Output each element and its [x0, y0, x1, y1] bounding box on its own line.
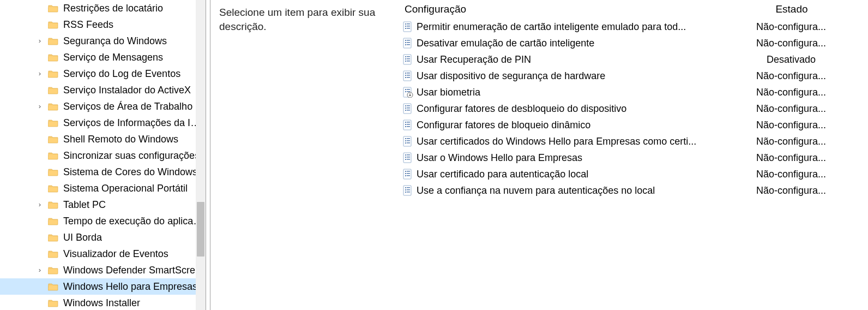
tree-item[interactable]: Serviço Instalador do ActiveX	[0, 82, 206, 98]
list-item[interactable]: Usar dispositivo de segurança de hardwar…	[401, 68, 868, 84]
policy-icon	[402, 103, 413, 114]
setting-name: Usar certificado para autenticação local	[417, 169, 714, 180]
expand-icon[interactable]: ›	[36, 196, 44, 213]
tree-item[interactable]: RSS Feeds	[0, 16, 206, 33]
list-item[interactable]: Configurar fatores de desbloqueio do dis…	[401, 100, 868, 117]
setting-state: Não-configura...	[714, 152, 868, 164]
setting-name: Desativar emulação de cartão inteligente	[417, 38, 714, 49]
tree-item-label: Tablet PC	[63, 199, 106, 211]
list-item[interactable]: Usar Recuperação de PINDesativado	[401, 51, 868, 68]
setting-name: Configurar fatores de desbloqueio do dis…	[417, 103, 714, 115]
tree-item[interactable]: ›Tablet PC	[0, 196, 206, 213]
expand-icon[interactable]: ›	[36, 65, 44, 82]
setting-name: Configurar fatores de bloqueio dinâmico	[417, 120, 714, 131]
setting-name: Usar certificados do Windows Hello para …	[417, 136, 714, 147]
folder-icon	[48, 69, 59, 78]
list-item[interactable]: Usar certificado para autenticação local…	[401, 166, 868, 182]
tree-item[interactable]: Sincronizar suas configurações	[0, 147, 206, 164]
tree-item-label: Windows Hello para Empresas	[63, 281, 197, 293]
tree-item-label: Restrições de locatário	[63, 3, 163, 14]
list-item[interactable]: Usar o Windows Hello para EmpresasNão-co…	[401, 150, 868, 166]
setting-state: Não-configura...	[714, 136, 868, 147]
tree-item[interactable]: Serviços de Informações da Internet	[0, 115, 206, 131]
policy-icon	[402, 169, 413, 180]
policy-icon	[402, 38, 413, 49]
expand-icon[interactable]: ›	[36, 98, 44, 115]
tree-item[interactable]: ›Windows Defender SmartScreen	[0, 262, 206, 278]
tree-item-label: Sistema de Cores do Windows	[63, 166, 197, 178]
setting-name: Usar Recuperação de PIN	[417, 54, 714, 65]
setting-state: Não-configura...	[714, 103, 868, 115]
list-item[interactable]: Desativar emulação de cartão inteligente…	[401, 35, 868, 51]
tree-item-label: Windows Installer	[63, 297, 140, 309]
tree-item[interactable]: Restrições de locatário	[0, 0, 206, 16]
tree-item-label: Serviço de Mensagens	[63, 52, 163, 63]
setting-name: Usar biometria	[417, 87, 714, 98]
folder-icon	[48, 86, 59, 94]
panel-divider[interactable]	[206, 0, 210, 310]
list-item[interactable]: Use a confiança na nuvem para autenticaç…	[401, 182, 868, 199]
tree-item[interactable]: Sistema de Cores do Windows	[0, 164, 206, 180]
tree-item[interactable]: Windows Installer	[0, 295, 206, 310]
list-item[interactable]: Usar certificados do Windows Hello para …	[401, 133, 868, 150]
tree-item-label: Shell Remoto do Windows	[63, 134, 178, 145]
tree-item[interactable]: Tempo de execução do aplicativo	[0, 213, 206, 229]
setting-state: Desativado	[714, 54, 868, 65]
folder-icon	[48, 37, 59, 45]
tree-item[interactable]: UI Borda	[0, 229, 206, 246]
tree-item[interactable]: ›Segurança do Windows	[0, 33, 206, 49]
list-item[interactable]: Configurar fatores de bloqueio dinâmicoN…	[401, 117, 868, 133]
policy-icon	[402, 136, 413, 147]
tree-item[interactable]: ›Serviços de Área de Trabalho Remota	[0, 98, 206, 115]
tree-item[interactable]: Serviço de Mensagens	[0, 49, 206, 65]
scrollbar-thumb[interactable]	[197, 202, 204, 257]
setting-name: Usar o Windows Hello para Empresas	[417, 152, 714, 164]
description-column: Selecione um item para exibir sua descri…	[210, 0, 401, 310]
folder-icon	[48, 266, 59, 275]
folder-icon	[48, 151, 59, 160]
tree-item[interactable]: ›Serviço do Log de Eventos	[0, 65, 206, 82]
tree-item-label: Sistema Operacional Portátil	[63, 183, 188, 194]
tree-item[interactable]: Visualizador de Eventos	[0, 246, 206, 262]
list-item[interactable]: Usar biometriaNão-configura...	[401, 84, 868, 100]
tree-item-label: Windows Defender SmartScreen	[63, 265, 206, 276]
folder-icon	[48, 102, 59, 111]
policy-icon	[402, 120, 413, 130]
tree-item[interactable]: Windows Hello para Empresas	[0, 278, 206, 295]
setting-state: Não-configura...	[714, 185, 868, 196]
expand-icon[interactable]: ›	[36, 262, 44, 278]
setting-state: Não-configura...	[714, 120, 868, 131]
folder-icon	[48, 233, 59, 242]
tree-item-label: Serviços de Área de Trabalho Remota	[63, 101, 206, 112]
details-panel: Selecione um item para exibir sua descri…	[210, 0, 868, 310]
folder-icon	[48, 168, 59, 176]
settings-list: Configuração Estado Permitir enumeração …	[401, 0, 868, 310]
tree-item-label: Segurança do Windows	[63, 35, 167, 47]
folder-icon	[48, 200, 59, 209]
tree-item-label: Tempo de execução do aplicativo	[63, 216, 206, 227]
folder-icon	[48, 249, 59, 258]
column-header-config[interactable]: Configuração	[401, 3, 715, 15]
setting-state: Não-configura...	[714, 87, 868, 98]
setting-state: Não-configura...	[714, 21, 868, 33]
folder-icon	[48, 299, 59, 307]
tree-item[interactable]: Shell Remoto do Windows	[0, 131, 206, 147]
setting-state: Não-configura...	[714, 38, 868, 49]
setting-state: Não-configura...	[714, 169, 868, 180]
tree-item-label: Serviço Instalador do ActiveX	[63, 85, 191, 96]
tree-item-label: UI Borda	[63, 232, 102, 243]
folder-icon	[48, 135, 59, 144]
setting-name: Use a confiança na nuvem para autenticaç…	[417, 185, 714, 196]
policy-icon	[402, 152, 413, 163]
list-item[interactable]: Permitir enumeração de cartão inteligent…	[401, 19, 868, 35]
list-header: Configuração Estado	[401, 0, 868, 19]
folder-icon	[48, 282, 59, 291]
folder-icon	[48, 20, 59, 29]
tree-item[interactable]: Sistema Operacional Portátil	[0, 180, 206, 196]
policy-icon	[402, 54, 413, 65]
column-header-state[interactable]: Estado	[715, 3, 868, 15]
tree-item-label: Sincronizar suas configurações	[63, 150, 200, 162]
expand-icon[interactable]: ›	[36, 33, 44, 49]
description-text: Selecione um item para exibir sua descri…	[219, 5, 393, 33]
tree-scrollbar[interactable]	[196, 0, 206, 310]
